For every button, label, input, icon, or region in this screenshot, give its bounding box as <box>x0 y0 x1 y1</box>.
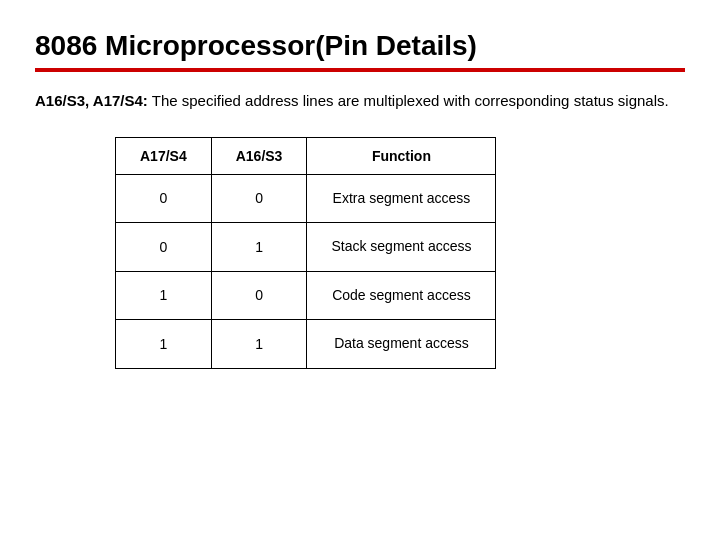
table-row: 0 0 Extra segment access <box>116 174 496 223</box>
table-wrapper: A17/S4 A16/S3 Function 0 0 Extra segment… <box>35 137 685 369</box>
cell-a17s4-row1: 0 <box>116 174 212 223</box>
cell-a16s3-row1: 0 <box>211 174 307 223</box>
table-header: A17/S4 A16/S3 Function <box>116 137 496 174</box>
col-header-function: Function <box>307 137 496 174</box>
red-divider <box>35 68 685 72</box>
cell-a17s4-row2: 0 <box>116 223 212 272</box>
pin-details-table: A17/S4 A16/S3 Function 0 0 Extra segment… <box>115 137 496 369</box>
description: A16/S3, A17/S4: The specified address li… <box>35 90 685 113</box>
table-body: 0 0 Extra segment access 0 1 Stack segme… <box>116 174 496 368</box>
cell-function-row2: Stack segment access <box>307 223 496 272</box>
cell-a16s3-row3: 0 <box>211 271 307 320</box>
description-bold: A16/S3, A17/S4: <box>35 92 148 109</box>
page-container: 8086 Microprocessor(Pin Details) A16/S3,… <box>0 0 720 540</box>
table-row: 1 1 Data segment access <box>116 320 496 369</box>
cell-a16s3-row2: 1 <box>211 223 307 272</box>
table-row: 1 0 Code segment access <box>116 271 496 320</box>
col-header-a17s4: A17/S4 <box>116 137 212 174</box>
cell-a17s4-row4: 1 <box>116 320 212 369</box>
header-row: A17/S4 A16/S3 Function <box>116 137 496 174</box>
description-text: The specified address lines are multiple… <box>148 92 669 109</box>
cell-a17s4-row3: 1 <box>116 271 212 320</box>
cell-function-row4: Data segment access <box>307 320 496 369</box>
cell-function-row3: Code segment access <box>307 271 496 320</box>
cell-function-row1: Extra segment access <box>307 174 496 223</box>
cell-a16s3-row4: 1 <box>211 320 307 369</box>
table-row: 0 1 Stack segment access <box>116 223 496 272</box>
col-header-a16s3: A16/S3 <box>211 137 307 174</box>
page-title: 8086 Microprocessor(Pin Details) <box>35 30 685 62</box>
